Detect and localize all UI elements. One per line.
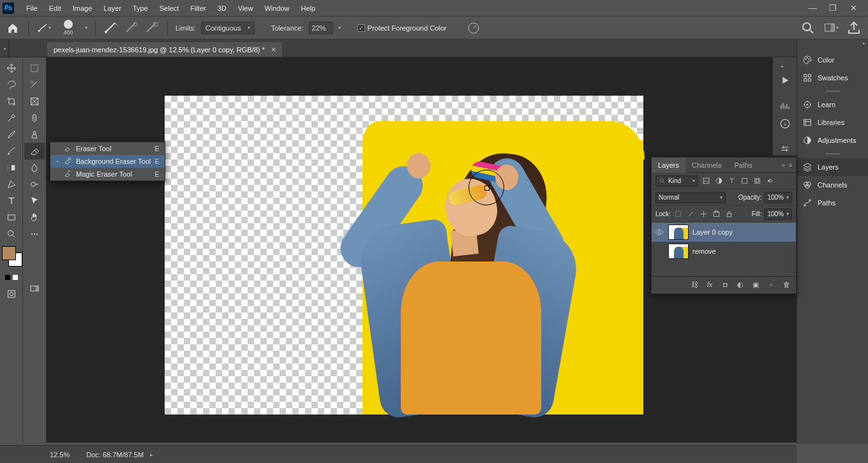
trash-icon[interactable]: 🗑 <box>782 281 791 290</box>
panel-swatches[interactable]: Swatches <box>797 69 868 87</box>
menu-3d[interactable]: 3D <box>212 0 232 17</box>
flyout-item[interactable]: ▪Background Eraser ToolE <box>50 155 165 168</box>
lock-paint-icon[interactable] <box>686 209 696 219</box>
layer-filter-kind[interactable]: Kind▾ <box>655 175 698 187</box>
lock-nest-icon[interactable] <box>712 209 722 219</box>
menu-filter[interactable]: Filter <box>184 0 211 17</box>
filter-smart-icon[interactable] <box>752 176 762 186</box>
flyout-item[interactable]: Magic Eraser ToolE <box>50 168 165 180</box>
collapse-toggle[interactable] <box>781 61 789 69</box>
expand-left-toggle[interactable] <box>0 39 9 57</box>
flyout-item[interactable]: Eraser ToolE <box>50 142 165 155</box>
menu-help[interactable]: Help <box>296 0 322 17</box>
lasso-tool[interactable] <box>1 77 22 93</box>
history-brush-tool[interactable] <box>1 143 22 159</box>
close-tab-icon[interactable]: × <box>271 45 276 54</box>
filter-image-icon[interactable] <box>701 176 711 186</box>
brush-preview[interactable]: 400 <box>57 20 80 36</box>
layer-row[interactable]: remove <box>652 242 796 261</box>
tab-paths[interactable]: Paths <box>728 158 759 173</box>
filter-toggle[interactable] <box>765 176 775 186</box>
rectangle-tool[interactable] <box>1 209 22 226</box>
panel-paths[interactable]: Paths <box>797 194 868 212</box>
clone-stamp-tool[interactable] <box>24 126 45 143</box>
visibility-toggle[interactable] <box>654 246 664 256</box>
filter-shape-icon[interactable] <box>739 176 749 186</box>
lock-trans-icon[interactable] <box>673 209 684 219</box>
blend-mode-select[interactable]: Normal▾ <box>655 192 726 203</box>
maximize-button[interactable]: ❐ <box>827 3 839 13</box>
home-icon[interactable] <box>5 20 20 36</box>
tolerance-input[interactable]: 22% <box>309 22 333 34</box>
protect-fg-checkbox[interactable]: Protect Foreground Color <box>357 24 447 32</box>
mask-icon[interactable]: ◘ <box>721 281 730 290</box>
pressure-icon[interactable] <box>466 20 481 36</box>
lock-pos-icon[interactable] <box>699 209 709 219</box>
color-swatches[interactable] <box>1 246 22 272</box>
menu-type[interactable]: Type <box>127 0 154 17</box>
filter-adjust-icon[interactable] <box>714 176 724 186</box>
pen-tool[interactable] <box>1 176 22 193</box>
menu-window[interactable]: Window <box>258 0 295 17</box>
menu-image[interactable]: Image <box>67 0 98 17</box>
fx-icon[interactable]: fx <box>705 281 714 290</box>
sampling-swatch-icon[interactable] <box>144 20 160 36</box>
search-icon[interactable] <box>800 20 816 36</box>
panel-layers[interactable]: Layers <box>797 158 868 176</box>
group-icon[interactable]: ▣ <box>751 281 760 290</box>
dodge-tool[interactable] <box>24 176 45 193</box>
expand-panel-icon[interactable]: » <box>782 162 785 168</box>
layer-name[interactable]: Layer 0 copy <box>692 228 733 236</box>
path-select-tool[interactable] <box>24 193 45 209</box>
filter-type-icon[interactable] <box>726 176 737 186</box>
panel-channels[interactable]: Channels <box>797 176 868 194</box>
brush-tool[interactable] <box>1 126 22 143</box>
panel-learn[interactable]: Learn <box>797 96 868 114</box>
minimize-button[interactable]: — <box>807 3 818 13</box>
layer-row[interactable]: Layer 0 copy <box>652 223 796 242</box>
link-layers-icon[interactable]: ⛓ <box>690 281 699 290</box>
quick-select-tool[interactable] <box>24 77 45 93</box>
tool-preset-picker[interactable]: ▾ <box>36 20 52 36</box>
panel-color[interactable]: Color <box>797 51 868 69</box>
visibility-toggle[interactable] <box>654 227 664 237</box>
sampling-continuous-icon[interactable] <box>103 20 119 36</box>
panel-libraries[interactable]: Libraries <box>797 114 868 131</box>
panel-menu-icon[interactable]: ≡ <box>789 162 792 168</box>
menu-edit[interactable]: Edit <box>43 0 67 17</box>
crop-tool[interactable] <box>1 93 22 110</box>
more-tools[interactable] <box>24 226 45 242</box>
menu-view[interactable]: View <box>232 0 259 17</box>
share-icon[interactable] <box>846 20 862 36</box>
quickmask-toggle[interactable] <box>1 286 22 302</box>
gradient-tool[interactable] <box>1 159 22 176</box>
limits-select[interactable]: Contiguous▾ <box>201 22 255 34</box>
healing-brush-tool[interactable] <box>24 110 45 126</box>
eyedropper-tool[interactable] <box>1 110 22 126</box>
tab-channels[interactable]: Channels <box>685 158 728 173</box>
new-layer-icon[interactable]: ▫ <box>767 281 775 290</box>
layer-name[interactable]: remove <box>692 247 716 255</box>
type-tool[interactable] <box>1 193 22 209</box>
eraser-tool[interactable] <box>24 143 45 159</box>
zoom-tool[interactable] <box>1 226 22 242</box>
collapse-panel-toggle[interactable] <box>797 40 868 51</box>
move-tool[interactable] <box>1 60 22 77</box>
tab-layers[interactable]: Layers <box>652 158 685 173</box>
menu-layer[interactable]: Layer <box>98 0 127 17</box>
panel-adjustments[interactable]: Adjustments <box>797 131 868 149</box>
blur-tool[interactable] <box>24 159 45 176</box>
histogram-icon[interactable] <box>775 99 795 112</box>
lock-all-icon[interactable] <box>724 209 735 219</box>
adjust-presets-icon[interactable] <box>775 143 795 156</box>
zoom-level[interactable]: 12.5% <box>50 451 70 459</box>
fill-input[interactable]: 100%▾ <box>764 209 792 220</box>
sampling-once-icon[interactable] <box>124 20 139 36</box>
play-icon[interactable] <box>775 74 795 87</box>
close-button[interactable]: ✕ <box>848 3 859 13</box>
screenmode-toggle[interactable] <box>24 281 45 297</box>
marquee-tool[interactable] <box>24 60 45 77</box>
menu-select[interactable]: Select <box>154 0 185 17</box>
info-icon[interactable] <box>775 117 795 130</box>
opacity-input[interactable]: 100%▾ <box>764 192 792 203</box>
